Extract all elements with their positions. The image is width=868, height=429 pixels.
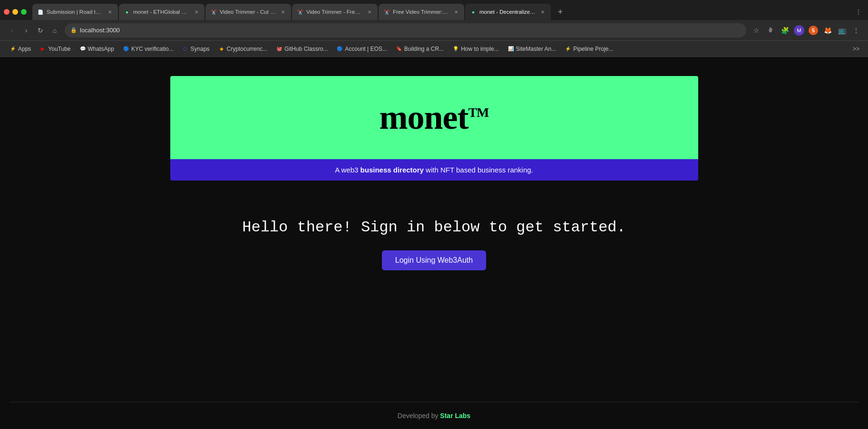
bookmarks-bar: ⚡ Apps ▶ YouTube 💬 WhatsApp 🔵 KYC verifi… bbox=[0, 41, 868, 57]
extensions-button[interactable]: 🧩 bbox=[779, 24, 791, 37]
more-menu-button[interactable]: ⋮ bbox=[850, 24, 862, 37]
tab-bar: 📄 Submission | Road to We ✕ ● monet - ET… bbox=[0, 0, 868, 20]
bookmark-label-apps: Apps bbox=[18, 46, 31, 52]
tab-close-3[interactable]: ✕ bbox=[280, 9, 286, 15]
tab-title-6: monet - Decentralized Bu bbox=[479, 9, 536, 15]
tab-favicon-3: ✂️ bbox=[210, 9, 217, 15]
page-content: monetTM A web3 business directory with N… bbox=[0, 57, 868, 429]
back-button[interactable]: ‹ bbox=[6, 24, 18, 37]
main-body: Hello there! Sign in below to get starte… bbox=[233, 181, 635, 402]
pipeline-favicon: ⚡ bbox=[565, 46, 571, 52]
cast-button[interactable]: 📺 bbox=[836, 24, 848, 37]
bookmark-label-sitemaster: SiteMaster An... bbox=[516, 46, 556, 52]
bookmark-whatsapp[interactable]: 💬 WhatsApp bbox=[76, 44, 118, 54]
trademark-symbol: TM bbox=[468, 105, 488, 120]
tab-close-2[interactable]: ✕ bbox=[193, 9, 200, 15]
close-window-button[interactable] bbox=[4, 9, 10, 15]
tab-favicon-5: ✂️ bbox=[383, 9, 390, 15]
bookmark-label-github: GitHub Classro... bbox=[284, 46, 328, 52]
nav-buttons: ‹ › ↻ ⌂ bbox=[6, 24, 61, 37]
eos-favicon: 🔵 bbox=[336, 46, 343, 52]
tab-favicon-1: 📄 bbox=[37, 9, 44, 15]
hero-title: monetTM bbox=[379, 98, 488, 137]
browser-tab-2[interactable]: ● monet - ETHGlobal Show ✕ bbox=[119, 4, 205, 20]
address-bar: ‹ › ↻ ⌂ 🔒 localhost:3000 ☆ 🧩 M 5 🦊 📺 ⋮ bbox=[0, 20, 868, 41]
whatsapp-favicon: 💬 bbox=[79, 46, 86, 52]
bookmark-label-pipeline: Pipeline Proje... bbox=[573, 46, 613, 52]
bookmark-kyc[interactable]: 🔵 KYC verificatio... bbox=[119, 44, 177, 54]
login-web3auth-button[interactable]: Login Using Web3Auth bbox=[382, 250, 486, 270]
bookmark-building[interactable]: 🔖 Building a CR... bbox=[392, 44, 448, 54]
lock-icon: 🔒 bbox=[70, 27, 77, 33]
bookmark-sitemaster[interactable]: 📊 SiteMaster An... bbox=[504, 44, 560, 54]
tab-title-4: Video Trimmer - Free Onl bbox=[306, 9, 362, 15]
tab-favicon-4: ✂️ bbox=[297, 9, 303, 15]
extension-puzzle-icon bbox=[764, 24, 777, 37]
tab-favicon-6: ● bbox=[470, 9, 477, 15]
tab-favicon-2: ● bbox=[124, 9, 130, 15]
bookmark-apps[interactable]: ⚡ Apps bbox=[6, 44, 35, 54]
bookmark-label-kyc: KYC verificatio... bbox=[131, 46, 174, 52]
bookmark-label-howto: How to imple... bbox=[461, 46, 498, 52]
url-text: localhost:3000 bbox=[80, 27, 120, 34]
browser-tab-3[interactable]: ✂️ Video Trimmer - Cut Vide ✕ bbox=[205, 4, 291, 20]
apps-favicon: ⚡ bbox=[10, 46, 16, 52]
crypto-favicon: ◆ bbox=[218, 46, 225, 52]
tab-title-5: Free Video Trimmer: Cut bbox=[393, 9, 449, 15]
url-bar[interactable]: 🔒 localhost:3000 bbox=[65, 23, 746, 38]
traffic-lights bbox=[4, 9, 27, 15]
footer-star-labs: Star Labs bbox=[440, 412, 470, 419]
profile-avatar[interactable]: M bbox=[793, 24, 805, 37]
browser-tab-4[interactable]: ✂️ Video Trimmer - Free Onl ✕ bbox=[292, 4, 378, 20]
home-button[interactable]: ⌂ bbox=[49, 24, 61, 37]
bookmark-crypto[interactable]: ◆ Cryptocurrenc... bbox=[215, 44, 271, 54]
github-favicon: 🐙 bbox=[276, 46, 283, 52]
new-tab-button[interactable]: + bbox=[554, 5, 567, 19]
notification-badge[interactable]: 5 bbox=[807, 24, 819, 37]
subtitle-text: A web3 business directory with NFT based… bbox=[180, 166, 689, 174]
sitemaster-favicon: 📊 bbox=[507, 46, 514, 52]
bookmark-label-building: Building a CR... bbox=[404, 46, 444, 52]
bookmark-github[interactable]: 🐙 GitHub Classro... bbox=[272, 44, 332, 54]
reload-button[interactable]: ↻ bbox=[34, 24, 47, 37]
browser-chrome: 📄 Submission | Road to We ✕ ● monet - ET… bbox=[0, 0, 868, 57]
hero-banner: monetTM bbox=[170, 76, 698, 159]
howto-favicon: 💡 bbox=[452, 46, 459, 52]
bookmarks-overflow-button[interactable]: >> bbox=[850, 44, 862, 54]
tab-close-1[interactable]: ✕ bbox=[107, 9, 113, 15]
bookmark-synaps[interactable]: ⬡ Synaps bbox=[178, 44, 214, 54]
bookmark-youtube[interactable]: ▶ YouTube bbox=[36, 44, 74, 54]
bookmark-eos[interactable]: 🔵 Account | EOS... bbox=[332, 44, 391, 54]
tab-close-5[interactable]: ✕ bbox=[453, 9, 459, 15]
youtube-favicon: ▶ bbox=[39, 46, 46, 52]
bookmark-star-button[interactable]: ☆ bbox=[750, 24, 762, 37]
browser-tab-1[interactable]: 📄 Submission | Road to We ✕ bbox=[32, 4, 118, 20]
extensions-icon[interactable]: 🦊 bbox=[821, 24, 834, 37]
minimize-window-button[interactable] bbox=[12, 9, 18, 15]
bookmark-label-synaps: Synaps bbox=[191, 46, 210, 52]
kyc-favicon: 🔵 bbox=[123, 46, 129, 52]
browser-tab-5[interactable]: ✂️ Free Video Trimmer: Cut ✕ bbox=[379, 4, 464, 20]
forward-button[interactable]: › bbox=[20, 24, 32, 37]
bookmark-label-eos: Account | EOS... bbox=[345, 46, 387, 52]
bookmark-howto[interactable]: 💡 How to imple... bbox=[449, 44, 502, 54]
synaps-favicon: ⬡ bbox=[182, 46, 189, 52]
bookmark-pipeline[interactable]: ⚡ Pipeline Proje... bbox=[561, 44, 617, 54]
bookmark-label-crypto: Cryptocurrenc... bbox=[227, 46, 267, 52]
address-bar-actions: ☆ 🧩 M 5 🦊 📺 ⋮ bbox=[750, 24, 862, 37]
bookmark-label-whatsapp: WhatsApp bbox=[88, 46, 114, 52]
tab-close-6[interactable]: ✕ bbox=[539, 9, 546, 15]
sign-in-heading: Hello there! Sign in below to get starte… bbox=[242, 219, 626, 236]
browser-tab-6[interactable]: ● monet - Decentralized Bu ✕ bbox=[465, 4, 551, 20]
bookmark-label-youtube: YouTube bbox=[48, 46, 70, 52]
tab-title-2: monet - ETHGlobal Show bbox=[133, 9, 189, 15]
tab-title-1: Submission | Road to We bbox=[47, 9, 103, 15]
footer: Developed by Star Labs bbox=[10, 402, 858, 429]
subtitle-bold: business directory bbox=[361, 166, 424, 174]
window-controls: ⋮ bbox=[853, 9, 864, 15]
tab-title-3: Video Trimmer - Cut Vide bbox=[220, 9, 276, 15]
subtitle-banner: A web3 business directory with NFT based… bbox=[170, 159, 698, 181]
fullscreen-window-button[interactable] bbox=[21, 9, 27, 15]
tab-close-4[interactable]: ✕ bbox=[366, 9, 373, 15]
footer-prefix: Developed by bbox=[398, 412, 440, 419]
